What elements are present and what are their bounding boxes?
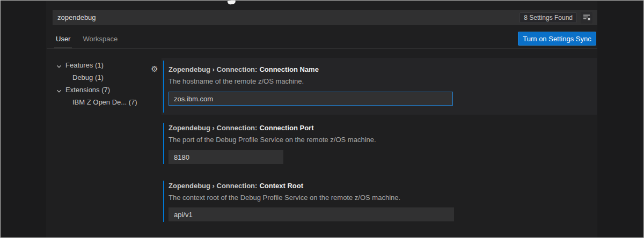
setting-description: The hostname of the remote z/OS machine. bbox=[169, 77, 597, 86]
toc-item-label: Debug (1) bbox=[72, 73, 104, 81]
clear-filter-icon bbox=[582, 13, 591, 23]
toc-item-ibm-z-open-debug[interactable]: IBM Z Open De... (7) bbox=[56, 96, 162, 108]
setting-title: Zopendebug › Connection:Context Root bbox=[169, 181, 597, 190]
clear-filter-button[interactable] bbox=[581, 12, 592, 24]
results-count-badge: 8 Settings Found bbox=[519, 12, 577, 23]
connection-port-input[interactable] bbox=[169, 150, 283, 164]
setting-row-connection-name: Zopendebug › Connection:Connection Name … bbox=[162, 58, 597, 115]
settings-search-input[interactable]: zopendebug 8 Settings Found bbox=[53, 10, 597, 25]
toc-item-label: Features (1) bbox=[65, 61, 104, 69]
settings-toc: Features (1) Debug (1) Extensions (7) IB… bbox=[56, 59, 162, 108]
setting-row-connection-port: Zopendebug › Connection:Connection Port … bbox=[162, 119, 597, 168]
setting-title: Zopendebug › Connection:Connection Name bbox=[169, 65, 597, 74]
setting-more-actions-button[interactable]: ⚙ bbox=[150, 64, 159, 74]
setting-name: Context Root bbox=[259, 182, 303, 190]
settings-scope-tabs: User Workspace bbox=[54, 33, 128, 49]
turn-on-settings-sync-button[interactable]: Turn on Settings Sync bbox=[518, 32, 596, 46]
toc-item-debug[interactable]: Debug (1) bbox=[56, 71, 162, 84]
header-divider bbox=[47, 48, 597, 49]
setting-row-context-root: Zopendebug › Connection:Context Root The… bbox=[162, 177, 597, 226]
setting-category: Zopendebug › Connection: bbox=[169, 65, 257, 73]
modified-indicator bbox=[163, 181, 164, 222]
chevron-down-icon bbox=[56, 63, 62, 68]
setting-description: The port of the Debug Profile Service on… bbox=[169, 135, 597, 144]
search-query-text[interactable]: zopendebug bbox=[53, 10, 519, 25]
setting-category: Zopendebug › Connection: bbox=[169, 124, 257, 132]
tab-user[interactable]: User bbox=[54, 33, 72, 49]
chevron-down-icon bbox=[56, 87, 62, 93]
gear-icon: ⚙ bbox=[151, 64, 158, 73]
toc-item-label: IBM Z Open De... (7) bbox=[72, 98, 137, 106]
toc-item-label: Extensions (7) bbox=[65, 86, 110, 94]
setting-category: Zopendebug › Connection: bbox=[169, 182, 257, 190]
modified-indicator bbox=[163, 123, 164, 164]
toc-item-extensions[interactable]: Extensions (7) bbox=[56, 84, 162, 96]
setting-description: The context root of the Debug Profile Se… bbox=[169, 193, 597, 202]
setting-title: Zopendebug › Connection:Connection Port bbox=[169, 123, 597, 132]
toc-item-features[interactable]: Features (1) bbox=[56, 59, 162, 71]
setting-name: Connection Name bbox=[259, 65, 319, 73]
settings-editor-window: zopendebug 8 Settings Found User Workspa… bbox=[0, 0, 644, 238]
tab-workspace[interactable]: Workspace bbox=[81, 33, 119, 49]
connection-name-input[interactable] bbox=[169, 92, 453, 106]
context-root-input[interactable] bbox=[169, 207, 454, 221]
setting-name: Connection Port bbox=[259, 124, 313, 132]
modified-indicator bbox=[163, 61, 164, 113]
